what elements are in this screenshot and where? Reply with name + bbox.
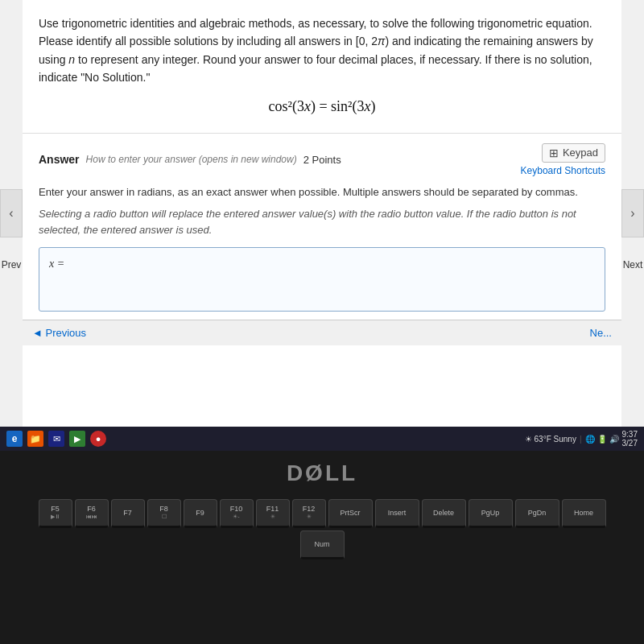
taskbar-icon-app2[interactable]: ● xyxy=(90,431,106,447)
radio-instructions: Selecting a radio button will replace th… xyxy=(39,206,605,237)
bottom-nav: ◄ Previous Ne... xyxy=(23,320,621,345)
key-f10[interactable]: F10☀- xyxy=(220,499,254,528)
answer-label: x = xyxy=(49,258,595,270)
browser-area: ‹ Prev › Next Use trigonometric identiti… xyxy=(0,0,644,427)
key-f8-label: F8 xyxy=(159,505,168,514)
content-panel: Use trigonometric identities and algebra… xyxy=(23,0,621,427)
question-text: Use trigonometric identities and algebra… xyxy=(39,14,605,87)
key-f8[interactable]: F8☐ xyxy=(147,499,181,528)
key-f6[interactable]: F6⏮⏭ xyxy=(75,499,109,528)
key-pgdn[interactable]: PgDn xyxy=(515,499,559,528)
taskbar: e 📁 ✉ ▶ ● ☀ 63°F Sunny | 🌐 🔋 🔊 9:37 3/27 xyxy=(0,427,644,451)
radians-instructions: Enter your answer in radians, as an exac… xyxy=(39,184,605,200)
answer-bold-label: Answer xyxy=(39,153,80,166)
next-partial-link[interactable]: Ne... xyxy=(590,327,612,339)
answer-input-area[interactable]: x = xyxy=(39,247,605,312)
prev-label: Prev xyxy=(0,259,23,270)
answer-header: AnswerHow to enter your answer (opens in… xyxy=(39,143,605,176)
answer-input[interactable] xyxy=(71,258,595,270)
taskbar-icon-app1[interactable]: ▶ xyxy=(69,431,85,447)
previous-link[interactable]: ◄ Previous xyxy=(32,327,86,339)
time-text: 9:37 xyxy=(622,430,638,439)
key-f9[interactable]: F9 xyxy=(184,499,217,528)
math-equation: cos²(3x) = sin²(3x) xyxy=(39,98,605,115)
date-text: 3/27 xyxy=(622,439,638,448)
key-insert[interactable]: Insert xyxy=(375,499,419,528)
key-f11-label: F11 xyxy=(266,505,279,514)
key-f6-label: F6 xyxy=(87,505,96,514)
key-f5-label: F5 xyxy=(51,505,60,514)
laptop-body: DØLL F5▶⏸ F6⏮⏭ F7 F8☐ F9 F10☀- F11✳ F12✳… xyxy=(0,451,644,644)
taskbar-icon-folder[interactable]: 📁 xyxy=(27,431,43,447)
nav-left-button[interactable]: ‹ xyxy=(0,189,23,237)
nav-right-button[interactable]: › xyxy=(621,189,644,237)
key-f7[interactable]: F7 xyxy=(111,499,145,528)
keypad-label: Keypad xyxy=(563,147,598,159)
answer-header-left: AnswerHow to enter your answer (opens in… xyxy=(39,153,341,166)
key-delete-label: Delete xyxy=(433,509,454,518)
weather-info: ☀ 63°F Sunny xyxy=(525,435,576,444)
function-key-row: F5▶⏸ F6⏮⏭ F7 F8☐ F9 F10☀- F11✳ F12✳ PrtS… xyxy=(16,499,628,528)
key-f9-label: F9 xyxy=(196,509,204,518)
network-icon[interactable]: 🌐 xyxy=(585,435,595,444)
keypad-icon: ⊞ xyxy=(549,147,559,159)
keypad-area: ⊞ Keypad Keyboard Shortcuts xyxy=(521,143,605,176)
key-f12[interactable]: F12✳ xyxy=(292,499,326,528)
weather-icon: ☀ xyxy=(525,435,532,444)
key-num-label: Num xyxy=(314,540,329,549)
key-num[interactable]: Num xyxy=(300,530,345,559)
taskbar-icon-browser[interactable]: e xyxy=(6,431,23,447)
key-pgup-label: PgUp xyxy=(481,509,500,518)
nav-left-chevron: ‹ xyxy=(9,206,13,221)
key-home-label: Home xyxy=(574,509,593,518)
points-badge: 2 Points xyxy=(303,154,341,166)
answer-section: AnswerHow to enter your answer (opens in… xyxy=(23,134,621,312)
key-f7-label: F7 xyxy=(123,509,132,518)
taskbar-separator: | xyxy=(580,435,582,444)
nav-right-chevron: › xyxy=(630,206,634,221)
key-f5[interactable]: F5▶⏸ xyxy=(39,499,72,528)
volume-icon[interactable]: 🔊 xyxy=(609,435,619,444)
key-prtscr-label: PrtScr xyxy=(340,509,360,518)
key-f12-label: F12 xyxy=(303,505,316,514)
key-prtscr[interactable]: PrtScr xyxy=(328,499,373,528)
weather-text: 63°F Sunny xyxy=(535,435,576,444)
keyboard: F5▶⏸ F6⏮⏭ F7 F8☐ F9 F10☀- F11✳ F12✳ PrtS… xyxy=(8,499,636,562)
question-section: Use trigonometric identities and algebra… xyxy=(23,0,621,134)
taskbar-icon-mail[interactable]: ✉ xyxy=(48,431,64,447)
key-f11[interactable]: F11✳ xyxy=(256,499,290,528)
num-row: Num xyxy=(16,530,628,559)
next-label: Next xyxy=(621,259,644,270)
taskbar-icons-group: 🌐 🔋 🔊 xyxy=(585,435,619,444)
key-f10-label: F10 xyxy=(230,505,243,514)
battery-icon[interactable]: 🔋 xyxy=(597,435,607,444)
key-insert-label: Insert xyxy=(388,509,407,518)
time-display: 9:37 3/27 xyxy=(622,430,638,448)
key-pgdn-label: PgDn xyxy=(528,509,547,518)
keyboard-shortcuts-link[interactable]: Keyboard Shortcuts xyxy=(521,165,605,176)
dell-logo: DØLL xyxy=(287,460,357,486)
taskbar-right: ☀ 63°F Sunny | 🌐 🔋 🔊 9:37 3/27 xyxy=(525,430,638,448)
keypad-button[interactable]: ⊞ Keypad xyxy=(542,143,605,163)
key-delete[interactable]: Delete xyxy=(422,499,466,528)
x-equals-label: x = xyxy=(49,258,64,270)
key-home[interactable]: Home xyxy=(562,499,606,528)
key-pgup[interactable]: PgUp xyxy=(469,499,513,528)
how-to-enter-link[interactable]: How to enter your answer (opens in new w… xyxy=(86,154,297,165)
